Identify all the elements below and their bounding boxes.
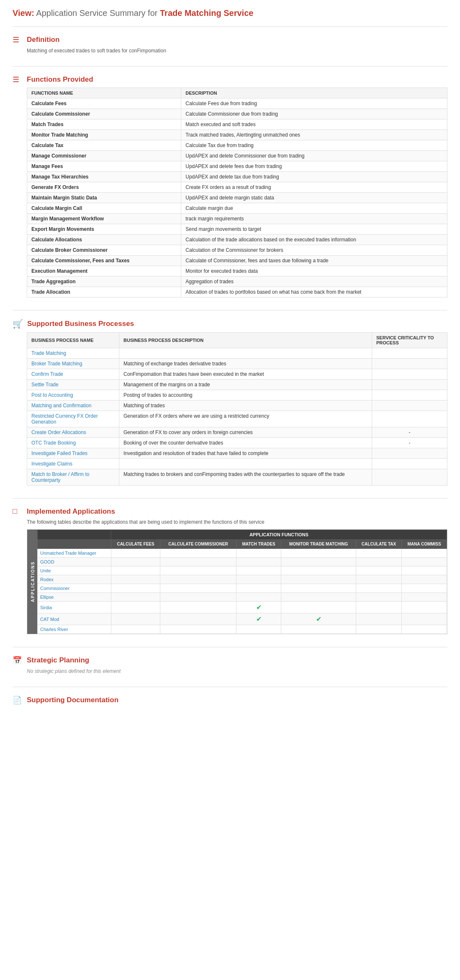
bp-name[interactable]: Investigate Failed Trades [27, 448, 119, 459]
app-check-cell [356, 584, 401, 593]
bp-name[interactable]: Match to Broker / Affirm to Counterparty [27, 469, 119, 486]
bp-criticality [372, 348, 447, 359]
function-desc: UpdAPEX and delete margin static data [181, 193, 447, 203]
bp-divider [13, 498, 447, 499]
app-check-cell [402, 549, 447, 558]
bp-name[interactable]: Matching and Confirmation [27, 401, 119, 411]
table-row: Calculate Commissioner, Fees and Taxes C… [27, 256, 447, 266]
checkmark-icon: ✔ [256, 615, 262, 623]
function-desc: Aggregation of trades [181, 277, 447, 287]
bp-name[interactable]: Restricted Currency FX Order Generation [27, 411, 119, 427]
app-check-cell [402, 613, 447, 625]
app-check-cell [281, 575, 356, 584]
function-name: Export Margin Movements [27, 224, 181, 235]
checkmark-icon: ✔ [316, 615, 321, 623]
function-name: Calculate Commissioner [27, 109, 181, 119]
impl-title: Implemented Applications [27, 507, 115, 516]
table-row: Investigate Claims [27, 459, 447, 469]
list-item: Unite [38, 566, 447, 575]
app-check-cell [236, 549, 281, 558]
function-desc: track margin requirements [181, 214, 447, 224]
function-name: Calculate Allocations [27, 235, 181, 245]
definition-title: Definition [27, 36, 59, 44]
app-check-cell [281, 593, 356, 602]
bp-desc [119, 348, 372, 359]
def-divider [13, 66, 447, 67]
function-name: Calculate Broker Commissioner [27, 245, 181, 256]
app-name-col-header [38, 540, 111, 549]
app-functions-group-header: APPLICATION FUNCTIONS [111, 530, 447, 540]
function-desc: Allocation of trades to portfolios based… [181, 287, 447, 297]
table-row: Create Order Allocations Generation of F… [27, 427, 447, 438]
bp-col-criticality: SERVICE CRITICALITY TO PROCESS [372, 333, 447, 348]
table-row: Trade Aggregation Aggregation of trades [27, 277, 447, 287]
list-item: Commissioner [38, 584, 447, 593]
sd-title: Supporting Documentation [27, 696, 118, 704]
app-name[interactable]: Unite [38, 566, 111, 575]
function-name: Manage Fees [27, 161, 181, 172]
bp-name[interactable]: Trade Matching [27, 348, 119, 359]
list-item: Unmatched Trade Manager [38, 549, 447, 558]
app-check-cell: ✔ [236, 613, 281, 625]
bp-name[interactable]: OTC Trade Booking [27, 438, 119, 448]
function-name: Monitor Trade Matching [27, 130, 181, 140]
app-check-cell [111, 593, 160, 602]
app-check-cell [111, 575, 160, 584]
app-name[interactable]: Commissioner [38, 584, 111, 593]
app-check-cell [281, 549, 356, 558]
bp-name[interactable]: Broker Trade Matching [27, 359, 119, 369]
definition-desc: Matching of executed trades to soft trad… [27, 48, 447, 54]
app-check-cell [402, 625, 447, 634]
function-desc: Calculate Tax due from trading [181, 140, 447, 151]
table-row: Match Trades Match executed and soft tra… [27, 119, 447, 130]
function-desc: Calculation of the trade allocations bas… [181, 235, 447, 245]
sp-header: 📅 Strategic Planning [13, 656, 447, 665]
function-name: Execution Management [27, 266, 181, 277]
function-name: Maintain Margin Static Data [27, 193, 181, 203]
app-name[interactable]: GOOD [38, 558, 111, 566]
app-check-cell: ✔ [281, 613, 356, 625]
app-check-cell [356, 602, 401, 613]
app-name[interactable]: Rodex [38, 575, 111, 584]
app-name[interactable]: Sirdia [38, 602, 111, 613]
app-check-cell [402, 593, 447, 602]
bp-header: 🛒 Supported Business Processes [13, 319, 447, 329]
app-check-cell [111, 558, 160, 566]
app-check-cell [111, 566, 160, 575]
app-check-cell [160, 593, 236, 602]
app-name[interactable]: Charles River [38, 625, 111, 634]
bp-criticality [372, 469, 447, 486]
table-row: Calculate Tax Calculate Tax due from tra… [27, 140, 447, 151]
app-check-cell [281, 625, 356, 634]
bp-desc: Generation of FX orders where we are usi… [119, 411, 372, 427]
bp-criticality [372, 380, 447, 390]
bp-name[interactable]: Settle Trade [27, 380, 119, 390]
func-divider [13, 310, 447, 310]
app-name[interactable]: Unmatched Trade Manager [38, 549, 111, 558]
table-row: Investigate Failed Trades Investigation … [27, 448, 447, 459]
app-name[interactable]: Ellipse [38, 593, 111, 602]
function-name: Margin Management Workflow [27, 214, 181, 224]
bp-desc: Posting of trades to accounting [119, 390, 372, 401]
function-name: Calculate Commissioner, Fees and Taxes [27, 256, 181, 266]
app-name[interactable]: CAT Mod [38, 613, 111, 625]
bp-icon: 🛒 [13, 319, 23, 329]
applications-side-label: APPLICATIONS [27, 530, 37, 634]
function-desc: Calculate margin due [181, 203, 447, 214]
app-col-header: MANA COMMISS [402, 540, 447, 549]
app-check-cell [402, 584, 447, 593]
app-col-header: MONITOR TRADE MATCHING [281, 540, 356, 549]
functions-header: ☰ Functions Provided [13, 75, 447, 84]
bp-name[interactable]: Create Order Allocations [27, 427, 119, 438]
bp-name[interactable]: Confirm Trade [27, 369, 119, 380]
app-check-cell [111, 602, 160, 613]
app-check-cell [281, 584, 356, 593]
app-check-cell [356, 558, 401, 566]
bp-name[interactable]: Post to Accounting [27, 390, 119, 401]
bp-desc: Generation of FX to cover any orders in … [119, 427, 372, 438]
table-row: Calculate Fees Calculate Fees due from t… [27, 98, 447, 109]
title-divider [13, 26, 447, 27]
bp-name[interactable]: Investigate Claims [27, 459, 119, 469]
impl-divider [13, 647, 447, 647]
function-name: Calculate Fees [27, 98, 181, 109]
